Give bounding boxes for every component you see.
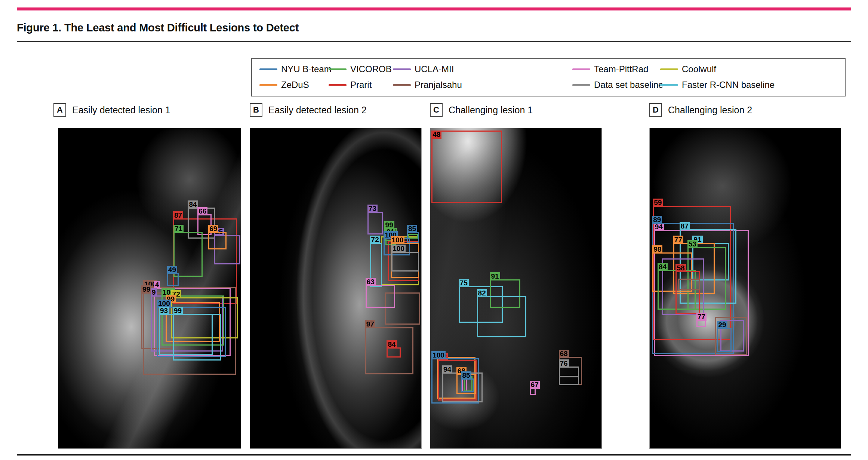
legend-label-pranjalsahu: Pranjalsahu bbox=[415, 80, 462, 90]
detection-box-ucla-73: 73 bbox=[367, 212, 383, 235]
legend-swatch-ucla bbox=[393, 68, 411, 70]
detection-box-pittrad-77: 77 bbox=[696, 320, 706, 327]
confidence-badge: 99 bbox=[384, 221, 394, 229]
legend-item-dataset: Data set baseline bbox=[572, 79, 663, 91]
confidence-badge: 91 bbox=[490, 272, 500, 280]
confidence-badge: 48 bbox=[431, 131, 441, 139]
confidence-badge: 84 bbox=[188, 200, 198, 209]
legend-label-pittrad: Team-PittRad bbox=[594, 64, 648, 74]
detection-box-frcnn-82: 82 bbox=[477, 296, 526, 337]
legend-label-frcnn: Faster R-CNN baseline bbox=[682, 80, 775, 90]
panel-C-letter: C bbox=[430, 103, 443, 117]
panel-C-title: Challenging lesion 1 bbox=[449, 105, 533, 116]
mammogram-tissue bbox=[250, 128, 421, 448]
panel-D-letter: D bbox=[649, 103, 662, 117]
mammogram-image-D: 945989879177539884587729 bbox=[649, 128, 841, 449]
detection-box-nyu-85: 85 bbox=[461, 378, 474, 392]
confidence-badge: 72 bbox=[370, 236, 380, 244]
detection-box-pranjalsahu bbox=[678, 279, 700, 290]
legend-item-vicorob: VICOROB bbox=[329, 64, 392, 75]
legend-item-coolwulf: Coolwulf bbox=[660, 64, 716, 75]
detection-box-prarit-48: 48 bbox=[431, 131, 502, 203]
legend-label-zedus: ZeDuS bbox=[281, 80, 309, 90]
confidence-badge: 98 bbox=[652, 245, 662, 254]
legend-item-ucla: UCLA-MII bbox=[393, 64, 454, 75]
confidence-badge: 68 bbox=[559, 350, 569, 358]
legend-label-ucla: UCLA-MII bbox=[415, 64, 454, 74]
panel-A-header: AEasily detected lesion 1 bbox=[53, 102, 170, 117]
legend-label-prarit: Prarit bbox=[350, 80, 372, 90]
confidence-badge: 58 bbox=[675, 264, 686, 272]
confidence-badge: 29 bbox=[717, 321, 727, 329]
confidence-badge: 99 bbox=[173, 307, 183, 315]
title-divider bbox=[17, 41, 851, 42]
detection-box-dataset bbox=[559, 376, 579, 385]
legend-item-pittrad: Team-PittRad bbox=[572, 64, 648, 75]
confidence-badge: 73 bbox=[367, 205, 378, 213]
confidence-badge: 93 bbox=[159, 307, 169, 315]
figure-title: Figure 1. The Least and Most Difficult L… bbox=[17, 22, 299, 34]
legend-item-zedus: ZeDuS bbox=[259, 79, 309, 91]
legend-swatch-frcnn bbox=[660, 84, 678, 86]
confidence-badge: 87 bbox=[680, 222, 690, 230]
panel-A-letter: A bbox=[53, 103, 66, 117]
mammogram-image-C: 4875918292100946885687667 bbox=[430, 128, 602, 449]
confidence-badge: 59 bbox=[653, 199, 663, 207]
confidence-badge: 87 bbox=[173, 211, 183, 220]
legend-swatch-nyu bbox=[259, 68, 277, 70]
bottom-divider bbox=[17, 454, 851, 456]
confidence-badge: 94 bbox=[442, 365, 452, 374]
confidence-badge: 85 bbox=[407, 225, 417, 233]
legend-label-vicorob: VICOROB bbox=[350, 64, 392, 74]
detection-box-prarit-84: 84 bbox=[387, 347, 401, 358]
confidence-badge: 89 bbox=[652, 216, 662, 224]
confidence-badge: 76 bbox=[559, 359, 569, 368]
panel-B-header: BEasily detected lesion 2 bbox=[250, 102, 367, 117]
confidence-badge: 53 bbox=[687, 240, 698, 248]
confidence-badge: 99 bbox=[141, 285, 151, 294]
legend-item-pranjalsahu: Pranjalsahu bbox=[393, 79, 462, 91]
panel-D-header: DChallenging lesion 2 bbox=[649, 102, 752, 117]
confidence-badge: 84 bbox=[387, 340, 397, 349]
legend-swatch-pittrad bbox=[572, 68, 590, 70]
confidence-badge: 66 bbox=[197, 207, 207, 215]
legend-label-coolwulf: Coolwulf bbox=[682, 64, 716, 74]
legend-label-dataset: Data set baseline bbox=[594, 80, 663, 90]
confidence-badge: 100 bbox=[391, 245, 406, 253]
confidence-badge: 69 bbox=[208, 225, 218, 233]
confidence-badge: 100 bbox=[157, 300, 171, 308]
mammogram-image-B: 7391998510010010072639784 bbox=[250, 128, 422, 449]
legend-item-frcnn: Faster R-CNN baseline bbox=[660, 79, 775, 91]
confidence-badge: 100 bbox=[391, 236, 405, 244]
confidence-badge: 77 bbox=[673, 236, 683, 244]
panel-B-title: Easily detected lesion 2 bbox=[268, 105, 367, 116]
detection-box-pittrad-63: 63 bbox=[366, 285, 395, 308]
jama-pink-rule bbox=[17, 7, 851, 10]
detection-box-pittrad-67: 67 bbox=[530, 388, 536, 395]
confidence-badge: 85 bbox=[461, 371, 471, 380]
detection-box-dataset-100: 100 bbox=[391, 252, 419, 272]
legend-swatch-coolwulf bbox=[660, 68, 678, 70]
detection-box-prarit-58: 58 bbox=[675, 271, 700, 314]
confidence-badge: 71 bbox=[173, 225, 184, 233]
confidence-badge: 97 bbox=[365, 320, 375, 328]
detection-box-dataset-76: 76 bbox=[559, 367, 579, 377]
confidence-badge: 67 bbox=[530, 381, 540, 389]
detection-box-vicorob-71: 71 bbox=[173, 232, 203, 277]
panel-D-title: Challenging lesion 2 bbox=[668, 105, 752, 116]
legend-item-prarit: Prarit bbox=[329, 79, 372, 91]
legend-swatch-pranjalsahu bbox=[393, 84, 411, 86]
confidence-badge: 63 bbox=[366, 278, 376, 286]
figure-page: Figure 1. The Least and Most Difficult L… bbox=[0, 0, 868, 460]
panel-A-title: Easily detected lesion 1 bbox=[72, 105, 170, 116]
legend: NYU B-teamVICOROBUCLA-MIITeam-PittRadCoo… bbox=[251, 58, 846, 96]
legend-label-nyu: NYU B-team bbox=[281, 64, 332, 74]
legend-item-nyu: NYU B-team bbox=[259, 64, 332, 75]
panel-C-header: CChallenging lesion 1 bbox=[430, 102, 533, 117]
detection-box-nyu-29: 29 bbox=[717, 328, 732, 352]
confidence-badge: 77 bbox=[696, 313, 707, 321]
detection-box-frcnn-99: 99 bbox=[173, 314, 221, 361]
detection-box-nyu-49: 49 bbox=[167, 273, 179, 286]
confidence-badge: 9 bbox=[151, 288, 157, 297]
panel-B-letter: B bbox=[250, 103, 262, 117]
